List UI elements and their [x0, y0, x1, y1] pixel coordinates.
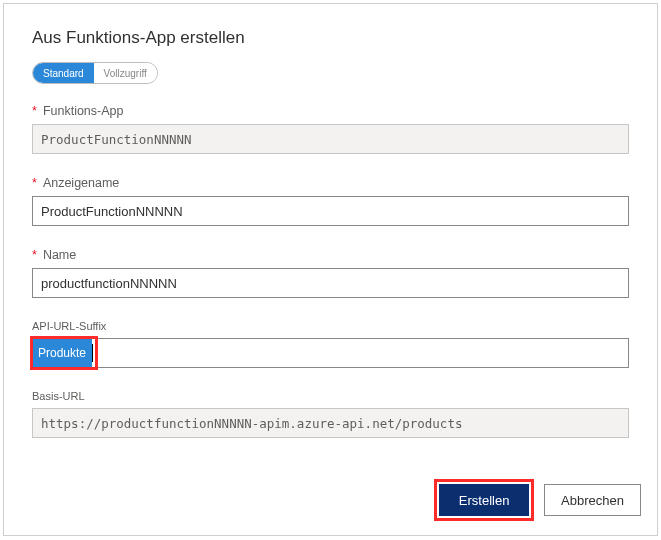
name-input[interactable] — [32, 268, 629, 298]
function-app-browse[interactable] — [32, 124, 629, 154]
api-url-suffix-wrap: Produkte — [32, 338, 629, 368]
field-base-url-label: Basis-URL — [32, 390, 85, 402]
toggle-full-label: Vollzugriff — [104, 68, 147, 79]
field-base-url-label-row: Basis-URL — [32, 390, 629, 402]
field-api-url-suffix-label-row: API-URL-Suffix — [32, 320, 629, 332]
create-from-function-app-panel: Aus Funktions-App erstellen Standard Vol… — [3, 3, 658, 536]
text-caret — [92, 344, 93, 362]
field-function-app-label-row: * Funktions-App — [32, 104, 629, 118]
field-base-url: Basis-URL — [32, 390, 629, 438]
cancel-button-label: Abbrechen — [561, 493, 624, 508]
api-url-suffix-input[interactable] — [32, 338, 629, 368]
footer-actions: Erstellen Abbrechen — [434, 479, 641, 521]
base-url-input — [32, 408, 629, 438]
create-button-label: Erstellen — [459, 493, 510, 508]
toggle-full[interactable]: Vollzugriff — [94, 63, 157, 83]
field-name-label-row: * Name — [32, 248, 629, 262]
field-api-url-suffix-label: API-URL-Suffix — [32, 320, 106, 332]
field-display-name-label-row: * Anzeigename — [32, 176, 629, 190]
field-display-name-label: Anzeigename — [43, 176, 119, 190]
create-button[interactable]: Erstellen — [439, 484, 529, 516]
field-function-app: * Funktions-App — [32, 104, 629, 154]
function-app-input[interactable] — [32, 124, 629, 154]
display-name-input[interactable] — [32, 196, 629, 226]
required-marker: * — [32, 248, 37, 262]
required-marker: * — [32, 176, 37, 190]
field-function-app-label: Funktions-App — [43, 104, 124, 118]
field-api-url-suffix: API-URL-Suffix Produkte — [32, 320, 629, 368]
field-name: * Name — [32, 248, 629, 298]
cancel-button[interactable]: Abbrechen — [544, 484, 641, 516]
field-display-name: * Anzeigename — [32, 176, 629, 226]
field-name-label: Name — [43, 248, 76, 262]
required-marker: * — [32, 104, 37, 118]
access-toggle: Standard Vollzugriff — [32, 62, 158, 84]
toggle-standard-label: Standard — [43, 68, 84, 79]
toggle-standard[interactable]: Standard — [33, 63, 94, 83]
panel-title: Aus Funktions-App erstellen — [32, 28, 629, 48]
highlight-box-create: Erstellen — [434, 479, 534, 521]
